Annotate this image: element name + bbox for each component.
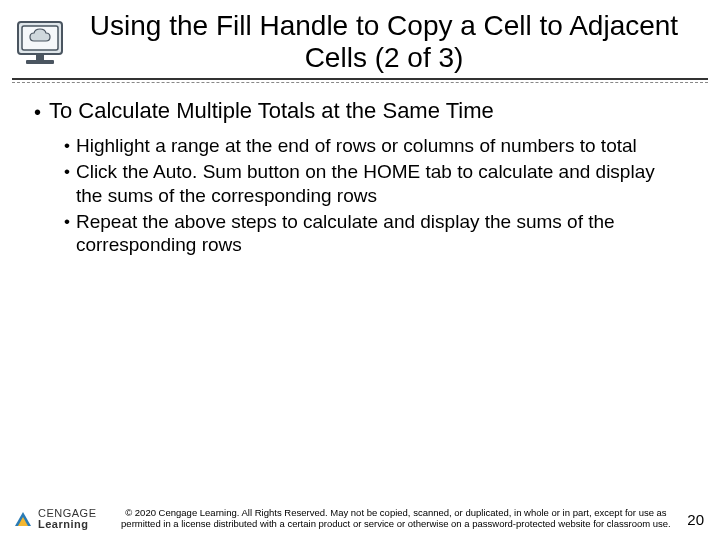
page-number: 20 [687, 511, 708, 528]
list-item-text: Click the Auto. Sum button on the HOME t… [76, 160, 686, 208]
logo-text: CENGAGE Learning [38, 508, 97, 530]
logo-line2: Learning [38, 519, 97, 530]
bullet-icon: • [64, 160, 70, 184]
list-item-text: Repeat the above steps to calculate and … [76, 210, 686, 258]
list-item-text: Highlight a range at the end of rows or … [76, 134, 637, 158]
bullet-icon: • [34, 98, 41, 126]
slide-title: Using the Fill Handle to Copy a Cell to … [68, 10, 700, 74]
title-underline [12, 78, 708, 80]
slide-footer: CENGAGE Learning © 2020 Cengage Learning… [12, 508, 708, 530]
logo-mark-icon [12, 508, 34, 530]
bullet-icon: • [64, 134, 70, 158]
section-heading-text: To Calculate Multiple Totals at the Same… [49, 98, 494, 124]
slide-content: • To Calculate Multiple Totals at the Sa… [0, 80, 720, 257]
svg-rect-2 [36, 54, 44, 60]
bullet-icon: • [64, 210, 70, 234]
list-item: • Repeat the above steps to calculate an… [64, 210, 686, 258]
svg-rect-3 [26, 60, 54, 64]
copyright-text: © 2020 Cengage Learning. All Rights Rese… [105, 508, 688, 530]
sub-bullet-list: • Highlight a range at the end of rows o… [34, 134, 686, 257]
monitor-cloud-icon [12, 16, 68, 72]
slide-header: Using the Fill Handle to Copy a Cell to … [0, 0, 720, 74]
list-item: • Highlight a range at the end of rows o… [64, 134, 686, 158]
section-heading: • To Calculate Multiple Totals at the Sa… [34, 98, 686, 126]
list-item: • Click the Auto. Sum button on the HOME… [64, 160, 686, 208]
publisher-logo: CENGAGE Learning [12, 508, 97, 530]
